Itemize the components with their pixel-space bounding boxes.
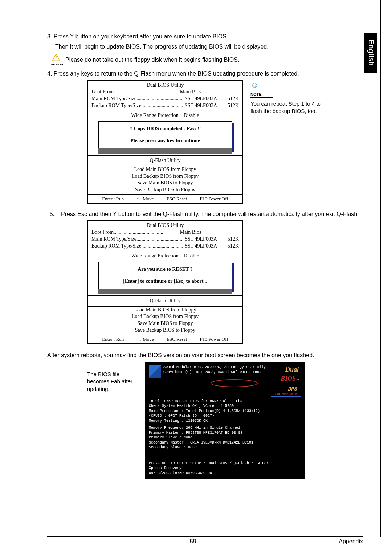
- bios-dialog-reset: Are you sure to RESET ? [Enter] to conti…: [98, 262, 232, 291]
- step-3-line1: 3. Press Y button on your keyboard after…: [47, 33, 363, 41]
- note-icon: ☺ NOTE: [250, 80, 323, 98]
- bios-footer-keys: Enter : Run ↑↓:Move ESC:Reset F10:Power …: [88, 194, 242, 203]
- dps-logo: DPSDual Power System: [271, 385, 301, 397]
- bios-screen-2: Dual BIOS Utility Boot FromMain Bios Mai…: [87, 220, 243, 344]
- dual-bios-logo: DualBIOS™: [278, 365, 301, 383]
- after-reboot-text: After system reboots, you may find the B…: [47, 351, 363, 359]
- step-4: 4. Press any keys to return to the Q-Fla…: [47, 70, 363, 78]
- epa-logo-icon: [149, 365, 161, 378]
- post-boot-screen: Award Modular BIOS v6.00PG, An Energy St…: [145, 362, 305, 479]
- language-tab: English: [364, 33, 377, 73]
- step-5-num: 5.: [47, 210, 54, 218]
- boot-caption: The BIOS file becomes Fab after updating…: [87, 371, 138, 393]
- note-text: You can repeat Step 1 to 4 to flash the …: [250, 100, 323, 115]
- caution-text: Please do not take out the floppy disk w…: [65, 56, 239, 64]
- section-name: Appendix: [339, 538, 363, 545]
- bios-dialog-pass: !! Copy BIOS completed - Pass !! Please …: [98, 121, 232, 150]
- bios-title: Dual BIOS Utility: [91, 82, 239, 89]
- step-5: Press Esc and then Y button to exit the …: [61, 210, 363, 218]
- step-3-line2: Then it will begin to update BIOS. The p…: [55, 43, 363, 51]
- side-rule: [380, 0, 381, 537]
- bios-screen-1: Dual BIOS Utility Boot FromMain Bios Mai…: [87, 80, 243, 204]
- page-number: - 59 -: [186, 538, 200, 545]
- page-footer: - 59 - Appendix: [47, 536, 363, 545]
- caution-icon: ⚠ CAUTION: [49, 53, 63, 67]
